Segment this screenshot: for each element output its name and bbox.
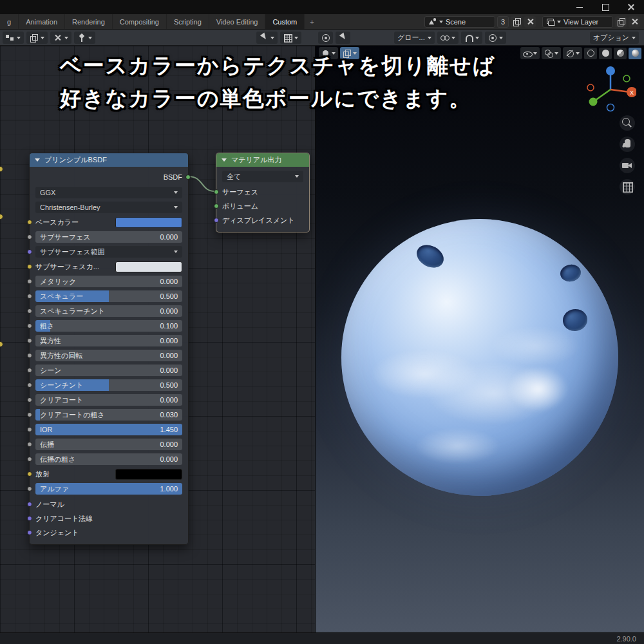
options-button[interactable]: オプション: [590, 32, 639, 44]
snap-grid-button[interactable]: [280, 32, 301, 44]
workspace-tab[interactable]: Video Editing: [209, 14, 266, 29]
bsdf-property-row[interactable]: アルファ 1.000: [35, 483, 182, 495]
offscreen-node-socket[interactable]: [0, 341, 3, 347]
color-swatch[interactable]: [115, 261, 182, 272]
input-socket[interactable]: [27, 427, 32, 432]
orthographic-toggle-button[interactable]: [620, 179, 635, 194]
shading-rendered-button[interactable]: [629, 48, 641, 59]
bsdf-property-row[interactable]: サブサーフェス範囲: [35, 246, 182, 258]
shading-solid-button[interactable]: [599, 48, 612, 59]
material-output-node[interactable]: マテリアル出力 全て サーフェス ボリューム ディスプレイスメント: [216, 153, 310, 232]
input-socket[interactable]: [27, 279, 32, 284]
input-socket[interactable]: [27, 457, 32, 462]
shading-material-button[interactable]: [614, 48, 627, 59]
input-socket[interactable]: [27, 486, 32, 491]
bsdf-property-row[interactable]: IOR 1.450: [35, 424, 182, 435]
bsdf-property-row[interactable]: サブサーフェス 0.000: [35, 231, 182, 243]
input-socket[interactable]: [214, 204, 219, 209]
close-button[interactable]: [618, 0, 644, 14]
material-output-input-row[interactable]: サーフェス: [222, 185, 303, 198]
bsdf-property-row[interactable]: ノーマル: [35, 498, 182, 511]
input-socket[interactable]: [27, 249, 32, 254]
select-tool-button[interactable]: [336, 32, 350, 44]
shader-editor[interactable]: プリンシプルBSDF BSDF GGX Christensen-Burley: [0, 46, 316, 632]
pin-button[interactable]: [74, 32, 95, 44]
bsdf-output-socket[interactable]: [185, 175, 191, 180]
input-socket[interactable]: [27, 516, 32, 521]
node-header[interactable]: プリンシプルBSDF: [30, 153, 188, 167]
offscreen-node-socket[interactable]: [0, 166, 3, 172]
bsdf-property-row[interactable]: シーン 0.000: [35, 365, 182, 376]
node-header[interactable]: マテリアル出力: [216, 153, 309, 167]
distribution-dropdown[interactable]: GGX: [35, 187, 182, 198]
unlink-button[interactable]: [50, 32, 71, 44]
scene-field[interactable]: Scene: [424, 16, 495, 28]
input-socket[interactable]: [27, 412, 32, 417]
material-output-input-row[interactable]: ディスプレイスメント: [222, 214, 303, 227]
minimize-button[interactable]: [567, 0, 592, 14]
bsdf-property-row[interactable]: 異方性の回転 0.000: [35, 350, 182, 361]
tool-dropdown-button[interactable]: [256, 32, 278, 44]
input-socket[interactable]: [27, 308, 32, 314]
material-output-input-row[interactable]: ボリューム: [222, 200, 303, 213]
editor-type-button[interactable]: [3, 32, 24, 44]
viewport-3d[interactable]: X: [316, 46, 644, 632]
input-socket[interactable]: [27, 338, 32, 343]
pinned-data-button[interactable]: [340, 47, 359, 59]
scene-unlink-button[interactable]: [524, 16, 536, 28]
collapse-icon[interactable]: [35, 158, 40, 162]
viewport-axis-gizmo[interactable]: X: [585, 64, 636, 115]
workspace-tab[interactable]: Animation: [19, 14, 65, 29]
color-swatch[interactable]: [115, 217, 182, 228]
transform-orientation-dropdown[interactable]: グロー...: [394, 32, 435, 44]
snap-toggle-button[interactable]: [461, 32, 482, 44]
input-socket[interactable]: [27, 530, 32, 535]
color-swatch[interactable]: [115, 469, 182, 480]
input-socket[interactable]: [214, 189, 219, 194]
input-socket[interactable]: [214, 218, 219, 223]
workspace-tab[interactable]: g: [0, 14, 19, 29]
scene-user-count[interactable]: 3: [497, 16, 509, 28]
bsdf-property-row[interactable]: タンジェント: [35, 526, 182, 539]
bsdf-property-row[interactable]: クリアコート法線: [35, 512, 182, 525]
input-socket[interactable]: [27, 471, 32, 477]
input-socket[interactable]: [27, 383, 32, 388]
view-layer-remove-button[interactable]: [629, 16, 640, 28]
input-socket[interactable]: [27, 442, 32, 447]
bowling-ball-object[interactable]: [341, 219, 618, 496]
input-socket[interactable]: [27, 353, 32, 358]
maximize-button[interactable]: [592, 0, 618, 14]
workspace-tab[interactable]: Rendering: [65, 14, 113, 29]
overlays-toggle[interactable]: [542, 47, 561, 59]
input-socket[interactable]: [27, 294, 32, 299]
scene-copy-button[interactable]: [511, 16, 522, 28]
input-socket[interactable]: [27, 220, 32, 225]
bsdf-property-row[interactable]: スペキュラーチント 0.000: [35, 305, 182, 317]
view-layer-copy-button[interactable]: [615, 16, 627, 28]
zoom-button[interactable]: [620, 115, 635, 131]
output-target-dropdown[interactable]: 全て: [222, 171, 303, 182]
new-data-button[interactable]: [26, 32, 48, 44]
collapse-icon[interactable]: [222, 158, 227, 162]
add-workspace-button[interactable]: +: [305, 14, 319, 29]
principled-bsdf-node[interactable]: プリンシプルBSDF BSDF GGX Christensen-Burley: [29, 153, 189, 545]
pivot-point-button[interactable]: [318, 32, 333, 44]
gizmos-toggle[interactable]: [563, 47, 582, 59]
subsurface-method-dropdown[interactable]: Christensen-Burley: [35, 202, 182, 213]
bsdf-property-row[interactable]: クリアコートの粗さ 0.030: [35, 409, 182, 421]
bsdf-property-row[interactable]: 異方性 0.000: [35, 335, 182, 346]
camera-view-button[interactable]: [620, 158, 635, 173]
input-socket[interactable]: [27, 234, 32, 240]
workspace-tab[interactable]: Scripting: [167, 14, 209, 29]
input-socket[interactable]: [27, 368, 32, 373]
bsdf-property-row[interactable]: シーンチント 0.500: [35, 379, 182, 391]
input-socket[interactable]: [27, 502, 32, 507]
bsdf-property-row[interactable]: 伝播 0.000: [35, 439, 182, 450]
bsdf-output-row[interactable]: BSDF: [35, 171, 182, 184]
visibility-dropdown[interactable]: [520, 47, 540, 59]
link-drag-button[interactable]: [437, 32, 459, 44]
material-slot-button[interactable]: [319, 47, 338, 59]
shading-wireframe-button[interactable]: [584, 48, 597, 59]
bsdf-property-row[interactable]: ベースカラー: [35, 216, 182, 228]
offscreen-node-socket[interactable]: [0, 214, 3, 220]
